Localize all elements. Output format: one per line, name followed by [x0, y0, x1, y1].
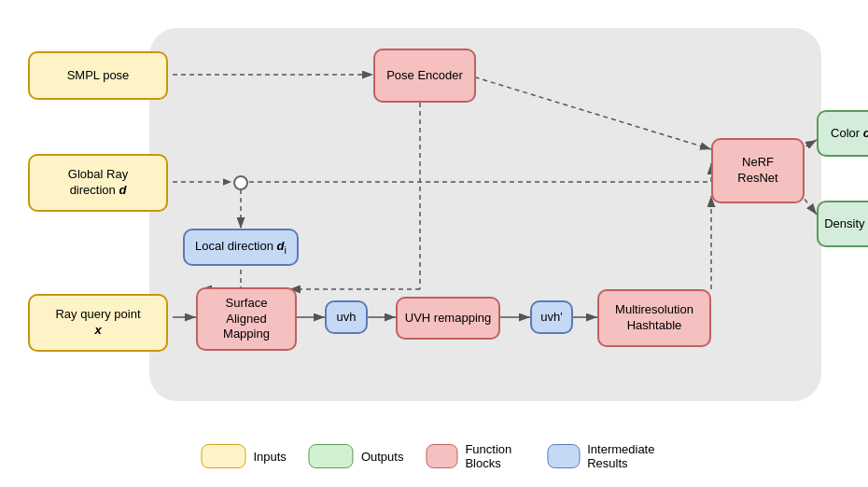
uvh-remapping-label: UVH remapping [405, 311, 492, 327]
uvh-label: uvh [337, 310, 357, 326]
uvh-node: uvh [325, 300, 368, 334]
color-label: Color c [831, 126, 868, 142]
local-direction-label: Local direction di [195, 239, 287, 257]
multiresolution-node: MultiresolutionHashtable [597, 289, 711, 347]
local-direction-node: Local direction di [183, 229, 299, 266]
density-node: Density σ [817, 201, 868, 247]
legend-intermediate: Intermediate Results [547, 442, 666, 470]
nerf-resnet-node: NeRFResNet [711, 138, 805, 203]
smpl-pose-node: SMPL pose [28, 51, 168, 100]
diagram-container: SMPL pose Global Raydirection d Ray quer… [0, 0, 868, 487]
pose-encoder-label: Pose Encoder [386, 68, 463, 84]
legend: Inputs Outputs Function Blocks Intermedi… [201, 442, 666, 470]
global-ray-node: Global Raydirection d [28, 154, 168, 212]
legend-input: Inputs [201, 444, 286, 468]
legend-function-box [426, 444, 457, 468]
legend-intermediate-label: Intermediate Results [587, 442, 666, 470]
nerf-resnet-label: NeRFResNet [737, 155, 777, 187]
density-label: Density σ [824, 216, 868, 232]
uvh-prime-node: uvh' [530, 300, 573, 334]
ray-query-node: Ray query pointx [28, 294, 168, 352]
legend-intermediate-box [547, 444, 580, 468]
junction-circle [233, 175, 248, 190]
surface-aligned-node: SurfaceAlignedMapping [196, 287, 297, 351]
surface-aligned-label: SurfaceAlignedMapping [223, 296, 270, 343]
global-ray-label: Global Raydirection d [68, 167, 128, 199]
color-node: Color c [817, 110, 868, 157]
legend-input-box [201, 444, 245, 468]
legend-output: Outputs [309, 444, 404, 468]
pose-encoder-node: Pose Encoder [373, 49, 476, 103]
ray-query-label: Ray query pointx [55, 307, 140, 339]
legend-input-label: Inputs [253, 450, 286, 464]
uvh-remapping-node: UVH remapping [396, 297, 500, 340]
legend-output-box [309, 444, 354, 468]
uvh-prime-label: uvh' [540, 310, 562, 326]
smpl-pose-label: SMPL pose [67, 68, 130, 84]
legend-function-label: Function Blocks [465, 442, 525, 470]
legend-function: Function Blocks [426, 442, 525, 470]
multiresolution-label: MultiresolutionHashtable [615, 302, 693, 334]
legend-output-label: Outputs [361, 450, 404, 464]
